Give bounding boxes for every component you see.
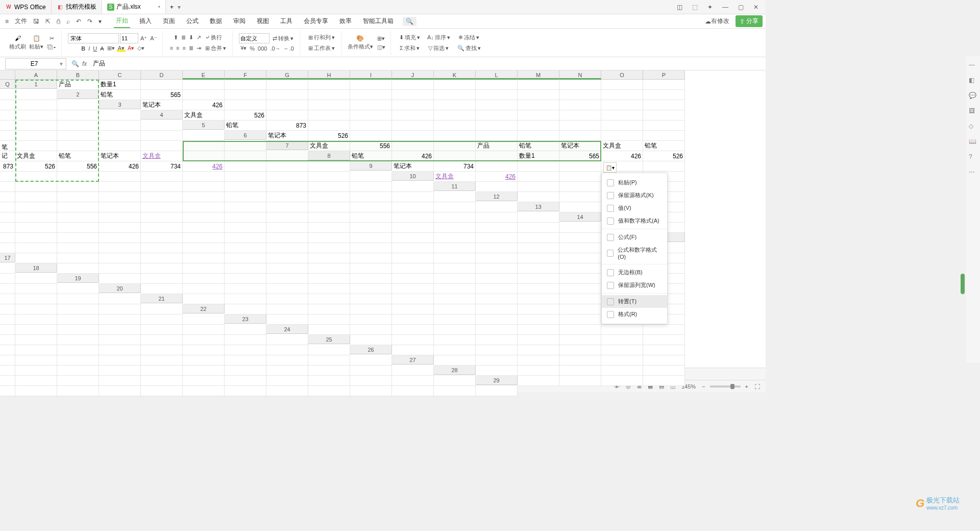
cell[interactable]: [392, 284, 434, 294]
cell[interactable]: [518, 284, 559, 294]
cell[interactable]: [57, 141, 99, 151]
cell[interactable]: [183, 212, 225, 223]
cell[interactable]: [601, 325, 643, 335]
cell[interactable]: [141, 141, 183, 151]
column-header[interactable]: A: [15, 70, 57, 80]
cell[interactable]: [266, 335, 308, 345]
cell[interactable]: [99, 120, 141, 131]
redo-icon[interactable]: ↷: [85, 17, 94, 26]
column-header[interactable]: B: [57, 70, 99, 80]
cell[interactable]: [434, 120, 476, 131]
cell[interactable]: [0, 120, 15, 131]
fill-color-button[interactable]: A▾: [117, 44, 126, 52]
cell[interactable]: [225, 253, 266, 263]
cell[interactable]: [0, 284, 15, 294]
cell[interactable]: 565: [559, 151, 601, 161]
cell[interactable]: [518, 212, 559, 223]
cell[interactable]: 笔记本: [266, 131, 308, 141]
cell[interactable]: [0, 223, 15, 233]
cell[interactable]: [434, 192, 476, 202]
cell[interactable]: [141, 80, 183, 90]
column-header[interactable]: L: [476, 70, 518, 80]
cell[interactable]: [99, 243, 141, 253]
cell[interactable]: [308, 386, 350, 396]
cell[interactable]: [15, 386, 57, 396]
cell[interactable]: [183, 294, 225, 304]
tab-start[interactable]: 开始: [114, 14, 130, 28]
cell[interactable]: [518, 315, 559, 325]
cell[interactable]: [225, 335, 266, 345]
cell[interactable]: [15, 100, 57, 110]
cloud-sync[interactable]: ☁ 有修改: [703, 16, 731, 27]
cell[interactable]: [476, 263, 518, 274]
cell[interactable]: [57, 294, 99, 304]
cell[interactable]: [225, 304, 266, 315]
row-header[interactable]: 6: [225, 131, 266, 140]
paste-options-button[interactable]: 📋▾: [603, 162, 617, 173]
cell[interactable]: [643, 80, 685, 90]
cell[interactable]: [392, 131, 434, 141]
cell[interactable]: [308, 120, 350, 131]
cell[interactable]: [99, 294, 141, 304]
cell[interactable]: [392, 141, 434, 151]
cell[interactable]: [141, 335, 183, 345]
cell[interactable]: [559, 345, 601, 355]
formula-input[interactable]: 产品: [91, 59, 766, 68]
cell[interactable]: [350, 274, 392, 284]
cell[interactable]: [225, 325, 266, 335]
row-header[interactable]: 2: [57, 90, 99, 99]
cell[interactable]: [392, 304, 434, 315]
cell[interactable]: [266, 202, 308, 212]
cell[interactable]: [434, 80, 476, 90]
cell[interactable]: [434, 335, 476, 345]
cell[interactable]: [601, 366, 643, 376]
cell[interactable]: [266, 253, 308, 263]
cell[interactable]: [476, 223, 518, 233]
cell[interactable]: [0, 315, 15, 325]
spark-icon[interactable]: ✦: [704, 2, 716, 13]
cell[interactable]: [350, 223, 392, 233]
cell[interactable]: [643, 355, 685, 366]
cell[interactable]: [518, 263, 559, 274]
row-header[interactable]: 17: [0, 253, 15, 262]
cell[interactable]: [350, 233, 392, 243]
cell[interactable]: [559, 131, 601, 141]
cell[interactable]: [266, 243, 308, 253]
cell[interactable]: [350, 131, 392, 141]
cell[interactable]: [225, 274, 266, 284]
cell[interactable]: [308, 253, 350, 263]
cell[interactable]: [0, 274, 15, 284]
cell[interactable]: [308, 376, 350, 386]
cell[interactable]: [57, 100, 99, 110]
cell[interactable]: [392, 253, 434, 263]
cell[interactable]: [183, 274, 225, 284]
cell[interactable]: [141, 315, 183, 325]
cell[interactable]: [518, 304, 559, 315]
cell[interactable]: 数量1: [99, 80, 141, 90]
paste-option-keep-format[interactable]: 保留源格式(K): [602, 189, 667, 202]
cell[interactable]: [601, 355, 643, 366]
cell[interactable]: [518, 345, 559, 355]
cell[interactable]: [99, 366, 141, 376]
align-top-icon[interactable]: ⬆: [173, 34, 179, 41]
cell[interactable]: [308, 294, 350, 304]
cell[interactable]: [99, 304, 141, 315]
cell[interactable]: [518, 294, 559, 304]
cell[interactable]: [99, 355, 141, 366]
orientation-icon[interactable]: ↗: [195, 34, 202, 41]
cell[interactable]: 产品: [476, 141, 518, 151]
cell[interactable]: [266, 212, 308, 223]
cell[interactable]: [559, 274, 601, 284]
worksheet-button[interactable]: ⊞工作表▾: [306, 43, 337, 53]
cell[interactable]: [0, 182, 15, 192]
tab-tools[interactable]: 工具: [278, 15, 295, 28]
cell[interactable]: [350, 110, 392, 120]
cell[interactable]: 426: [476, 172, 518, 182]
cell[interactable]: [518, 192, 559, 202]
paste-option-paste[interactable]: 粘贴(P): [602, 176, 667, 189]
cell[interactable]: [15, 294, 57, 304]
cell[interactable]: [225, 80, 266, 90]
cell[interactable]: [266, 284, 308, 294]
cell[interactable]: [392, 212, 434, 223]
align-left-icon[interactable]: ≡: [169, 44, 174, 52]
